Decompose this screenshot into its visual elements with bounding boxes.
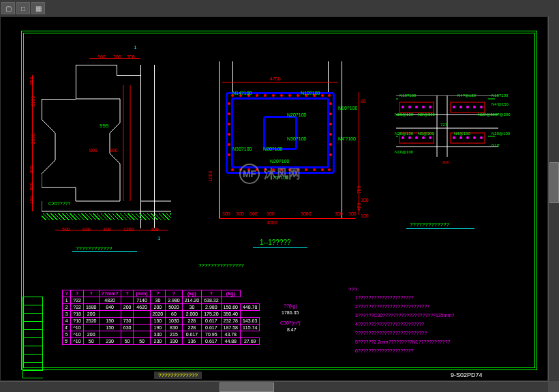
mid-b300a: 300: [222, 211, 230, 216]
svg-point-24: [429, 136, 432, 139]
mid-b3000: 3000: [301, 211, 312, 216]
svg-point-11: [408, 106, 411, 108]
r-l1: N10?100: [399, 93, 416, 97]
titleblock-strip-1: [22, 297, 43, 378]
side-l3: C30?(m²): [280, 320, 301, 325]
mid-v700: 700: [357, 186, 361, 194]
svg-point-21: [408, 136, 411, 139]
mid-v300: 300: [361, 198, 369, 202]
svg-point-13: [422, 106, 425, 108]
r-l3: N10?100: [492, 93, 508, 97]
svg-point-18: [473, 106, 476, 108]
r-l15: N10': [492, 143, 500, 147]
mid-n30: N30?100: [232, 147, 252, 151]
drawing-number: 9-S02PD74: [451, 372, 483, 378]
svg-point-16: [459, 106, 462, 108]
dim-999: 999: [100, 123, 108, 129]
svg-point-20: [402, 136, 404, 139]
r-l9: N5@300: [418, 132, 434, 136]
v-scroll-thumb[interactable]: [549, 162, 559, 203]
dim-bar-v1: [32, 75, 33, 211]
label-c20: C20?????: [48, 201, 70, 206]
svg-point-22: [415, 136, 418, 139]
side-l1: ??(kg): [284, 303, 297, 308]
r-l7: N15'@300?@200: [478, 112, 511, 117]
r-l4: N4'@150: [492, 102, 509, 106]
svg-point-26: [459, 136, 462, 139]
mid-n30b: N30?100: [287, 136, 306, 141]
mid-dim-right: [359, 92, 359, 215]
r-l8: N20@100: [395, 132, 413, 136]
r-l14: 300: [442, 160, 449, 164]
dim-800a: 800: [89, 148, 97, 153]
svg-point-17: [466, 106, 469, 108]
mid-wall-l: [219, 61, 220, 218]
mid-wall-r2: [328, 61, 329, 92]
mid-n4p: N4'?100: [338, 136, 356, 141]
notes-header: ???: [348, 286, 357, 292]
mid-n20c: N20?100: [270, 159, 289, 164]
mid-1000: 1000: [208, 171, 213, 182]
mid-title: 1--1?????: [260, 239, 291, 246]
mid-dim-top: [222, 82, 338, 82]
svg-point-15: [453, 106, 455, 108]
toolbar: ▢ □ ▦: [0, 0, 559, 16]
r-l11: N20@100: [492, 132, 510, 136]
mid-v100: 100: [361, 213, 369, 218]
r-l10: N4@150: [454, 132, 470, 136]
r-l5: N20@100: [395, 112, 413, 117]
mid-b600: 600: [250, 211, 258, 216]
mid-4700: 4700: [270, 76, 281, 81]
dim-800b: 800: [110, 148, 118, 153]
svg-point-29: [480, 136, 483, 139]
tool-btn-2[interactable]: □: [16, 2, 30, 14]
marker-1-bot: 1: [157, 235, 160, 241]
bottom-title: ?????????????: [154, 372, 202, 379]
watermark: MF 沐风网: [239, 164, 301, 184]
abutment-section: [42, 65, 171, 201]
right-title: ?????????????: [410, 222, 449, 228]
horizontal-scrollbar[interactable]: [0, 381, 548, 392]
svg-point-23: [422, 136, 425, 139]
mid-n10b: N10?100: [338, 106, 357, 110]
mid-b300d: 300: [335, 211, 343, 216]
tool-btn-1[interactable]: ▢: [1, 2, 15, 14]
dim-bar-b1: [55, 230, 168, 230]
vertical-scrollbar[interactable]: [548, 16, 559, 381]
mid-b300e: 300: [348, 211, 357, 216]
mid-b300b: 300: [236, 211, 244, 216]
cad-canvas[interactable]: 500 300 300 500 2100 2000 300 500 100 80…: [0, 16, 548, 381]
mid-wall-l2: [232, 61, 233, 92]
side-l2: 1786.35: [282, 310, 299, 315]
mid-b4000: 4000: [267, 220, 277, 225]
notes-title-center: ???????????????: [198, 262, 244, 269]
svg-point-25: [453, 136, 455, 139]
r-l6: N5'@300: [418, 112, 435, 117]
right-title-underline: [406, 228, 474, 229]
mid-n14: N14?100: [232, 91, 252, 95]
mid-b300c: 300: [267, 211, 275, 216]
svg-point-19: [480, 106, 483, 108]
mid-dim-bot: [219, 218, 355, 219]
r-l2: N4?@150: [457, 93, 476, 97]
svg-point-27: [466, 136, 469, 139]
mid-n20b: N20?100: [263, 147, 282, 151]
h-scroll-thumb[interactable]: [220, 382, 274, 392]
mid-v86: 86: [361, 99, 366, 104]
tool-btn-3[interactable]: ▦: [31, 2, 45, 14]
mid-n10a: N10?100: [301, 91, 320, 95]
r-l12: N10@100: [395, 150, 413, 154]
marker-1-top: 1: [134, 44, 136, 50]
mid-v400: 400: [357, 203, 361, 211]
svg-point-14: [429, 106, 432, 108]
svg-point-28: [473, 136, 476, 139]
rebar-table: ??? ??mm??(mm)??(kg)?(kg) 1?224820714030…: [62, 290, 260, 345]
svg-point-12: [415, 106, 418, 108]
mid-n20a: N20?100: [287, 112, 306, 117]
dim-bar-t1: [89, 58, 140, 59]
side-l4: 8.47: [287, 327, 297, 332]
r-l13: 727: [440, 123, 447, 127]
svg-point-10: [402, 106, 404, 108]
left-title-underline: [72, 251, 137, 252]
watermark-icon: MF: [239, 164, 260, 184]
